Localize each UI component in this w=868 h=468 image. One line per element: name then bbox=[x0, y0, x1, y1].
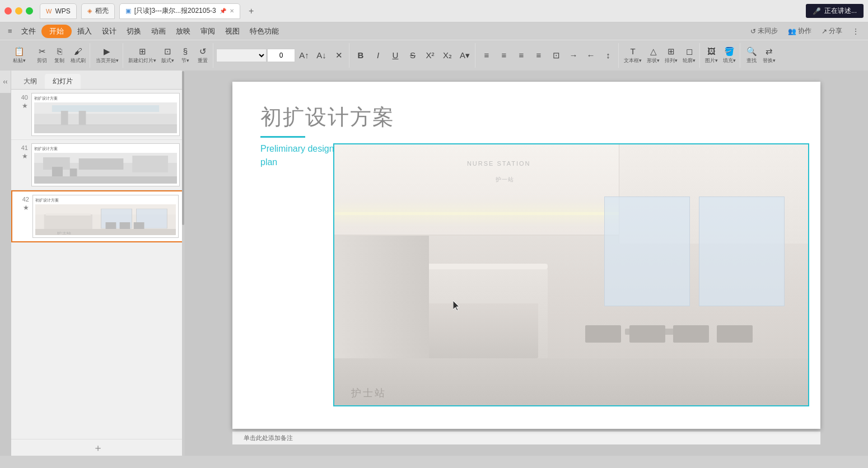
arrange-button[interactable]: ⊞ 排列▾ bbox=[662, 45, 680, 66]
replace-button[interactable]: ⇄ 替换▾ bbox=[760, 45, 778, 66]
image-caption: 护士站 bbox=[351, 386, 386, 400]
menu-special[interactable]: 特色功能 bbox=[245, 24, 283, 39]
svg-rect-5 bbox=[79, 111, 86, 125]
sync-button[interactable]: ↺ 未同步 bbox=[746, 25, 782, 38]
superscript-button[interactable]: X² bbox=[422, 45, 438, 66]
tab-wps[interactable]: W WPS bbox=[40, 3, 77, 19]
italic-button[interactable]: I bbox=[370, 45, 386, 66]
slide-item-41[interactable]: 41 ★ 初扩设计方案 bbox=[11, 140, 184, 190]
clear-format-button[interactable]: ✕ bbox=[330, 45, 347, 66]
layout-button[interactable]: ⊡ 版式▾ bbox=[159, 45, 176, 66]
decrease-font-button[interactable]: A↓ bbox=[313, 45, 330, 66]
menu-slideshow[interactable]: 放映 bbox=[171, 24, 195, 39]
chevron-left-icon: ‹‹ bbox=[3, 78, 8, 86]
textbox-icon: ⊡ bbox=[553, 50, 560, 60]
indent-less-button[interactable]: ← bbox=[582, 45, 599, 66]
sidebar-tab-outline[interactable]: 大纲 bbox=[16, 74, 45, 89]
find-button[interactable]: 🔍 查找 bbox=[743, 45, 760, 66]
cut-button[interactable]: ✂ 剪切 bbox=[34, 45, 50, 66]
reset-button[interactable]: ↺ 重置 bbox=[194, 45, 211, 66]
share-button[interactable]: ↗ 分享 bbox=[817, 25, 847, 38]
copy-button[interactable]: ⎘ 复制 bbox=[51, 45, 68, 66]
tab-close-icon[interactable]: ✕ bbox=[230, 8, 234, 14]
font-size-input[interactable] bbox=[267, 49, 295, 62]
more-menu-button[interactable]: ⋮ bbox=[848, 26, 864, 37]
subscript-button[interactable]: X₂ bbox=[439, 45, 456, 66]
tab-pptx[interactable]: ▣ [只读]3---康尔...报202105-3 📌 ✕ bbox=[119, 3, 240, 19]
add-note-label[interactable]: 单击此处添加备注 bbox=[244, 434, 293, 442]
hamburger-menu[interactable]: ≡ bbox=[4, 25, 16, 38]
sidebar-tab-slides[interactable]: 幻灯片 bbox=[45, 74, 81, 89]
menu-design[interactable]: 设计 bbox=[97, 24, 121, 39]
slide-thumbnail-inner-41: 初扩设计方案 bbox=[32, 144, 179, 186]
shape-icon: △ bbox=[650, 46, 657, 57]
daoke-icon: ◈ bbox=[87, 7, 92, 15]
slide-canvas[interactable]: 初扩设计方案 Preliminary design plan bbox=[232, 82, 820, 429]
menu-view[interactable]: 视图 bbox=[221, 24, 244, 39]
menu-file[interactable]: 文件 bbox=[17, 24, 40, 39]
menu-start[interactable]: 开始 bbox=[41, 25, 72, 38]
slide-thumbnail-inner-40: 初扩设计方案 bbox=[32, 93, 179, 135]
slide-main-image[interactable]: NURSE STATION 护一站 bbox=[333, 143, 809, 406]
new-slide-button[interactable]: ⊞ 新建幻灯片▾ bbox=[126, 45, 158, 66]
format-brush-button[interactable]: 🖌 格式刷 bbox=[68, 45, 88, 66]
new-tab-button[interactable]: + bbox=[245, 4, 258, 18]
main-area: ‹‹ 大纲 幻灯片 40 ★ 初扩设计方案 bbox=[0, 71, 868, 456]
menu-transition[interactable]: 切换 bbox=[122, 24, 146, 39]
share-label: 分享 bbox=[829, 26, 842, 36]
strikethrough-button[interactable]: S bbox=[404, 45, 421, 66]
shape-button[interactable]: △ 形状▾ bbox=[645, 45, 662, 66]
paste-group: 📋 粘贴▾ ✂ 剪切 ⎘ 复制 🖌 格式刷 bbox=[3, 43, 90, 68]
close-button[interactable] bbox=[4, 7, 12, 15]
sidebar-slide-list: 40 ★ 初扩设计方案 bbox=[11, 90, 184, 439]
indent-more-button[interactable]: → bbox=[565, 45, 582, 66]
add-slide-button[interactable]: ＋ bbox=[11, 439, 184, 456]
bold-button[interactable]: B bbox=[352, 45, 369, 66]
font-family-select[interactable] bbox=[216, 49, 267, 62]
menu-animation[interactable]: 动画 bbox=[147, 24, 170, 39]
justify-button[interactable]: ≡ bbox=[530, 45, 547, 66]
slide-thumb-img-41 bbox=[34, 153, 177, 184]
textbox-button[interactable]: ⊡ bbox=[548, 45, 564, 66]
maximize-button[interactable] bbox=[26, 7, 33, 15]
new-slide-group: ⊞ 新建幻灯片▾ ⊡ 版式▾ § 节▾ ↺ 重置 bbox=[124, 43, 213, 68]
font-group: A↑ A↓ ✕ bbox=[214, 43, 349, 68]
increase-font-button[interactable]: A↑ bbox=[296, 45, 312, 66]
paste-button[interactable]: 📋 粘贴▾ bbox=[5, 45, 33, 66]
section-button[interactable]: § 节▾ bbox=[177, 45, 194, 66]
menu-insert[interactable]: 插入 bbox=[73, 24, 96, 39]
minimize-button[interactable] bbox=[15, 7, 22, 15]
fill-icon: 🪣 bbox=[724, 46, 735, 57]
align-center-button[interactable]: ≡ bbox=[496, 45, 512, 66]
sidebar-collapse-button[interactable]: ‹‹ bbox=[0, 71, 11, 93]
line-spacing-button[interactable]: ↕ bbox=[600, 45, 617, 66]
svg-rect-17 bbox=[44, 214, 92, 230]
nurse-station-image: NURSE STATION 护一站 bbox=[334, 144, 808, 405]
textbox-insert-button[interactable]: T 文本框▾ bbox=[622, 45, 644, 66]
slide-star-42: ★ bbox=[23, 204, 29, 212]
sign-subtext: 护一站 bbox=[496, 176, 514, 184]
image-button[interactable]: 🖼 图片▾ bbox=[703, 45, 720, 66]
current-page-start-button[interactable]: ▶ 当页开始▾ bbox=[93, 45, 121, 66]
slide-star-41: ★ bbox=[22, 152, 28, 160]
tab-daoke[interactable]: ◈ 稻壳 bbox=[81, 3, 115, 19]
font-color-button[interactable]: A▾ bbox=[456, 45, 473, 66]
align-group: ≡ ≡ ≡ ≡ ⊡ → ← ↕ bbox=[477, 43, 619, 68]
fill-button[interactable]: 🪣 填充▾ bbox=[721, 45, 738, 66]
slide-item-42[interactable]: 42 ★ 初扩设计方案 bbox=[11, 190, 184, 242]
indent-less-icon: ← bbox=[587, 50, 595, 60]
new-slide-icon: ⊞ bbox=[139, 46, 146, 57]
indent-more-icon: → bbox=[570, 50, 578, 60]
title-bar: W WPS ◈ 稻壳 ▣ [只读]3---康尔...报202105-3 📌 ✕ … bbox=[0, 0, 868, 22]
status-bar: 单击此处添加备注 bbox=[232, 431, 820, 444]
align-right-button[interactable]: ≡ bbox=[513, 45, 530, 66]
outline-button[interactable]: ◻ 轮廓▾ bbox=[680, 45, 698, 66]
slide-item-40[interactable]: 40 ★ 初扩设计方案 bbox=[11, 90, 184, 140]
slide-thumbnail-40: 初扩设计方案 bbox=[31, 93, 180, 136]
sidebar-scrollbar[interactable] bbox=[182, 71, 184, 456]
align-left-button[interactable]: ≡ bbox=[478, 45, 495, 66]
menu-review[interactable]: 审阅 bbox=[196, 24, 220, 39]
collaborate-button[interactable]: 👥 协作 bbox=[783, 25, 816, 38]
underline-button[interactable]: U bbox=[387, 45, 404, 66]
collaborate-label: 协作 bbox=[798, 26, 811, 36]
